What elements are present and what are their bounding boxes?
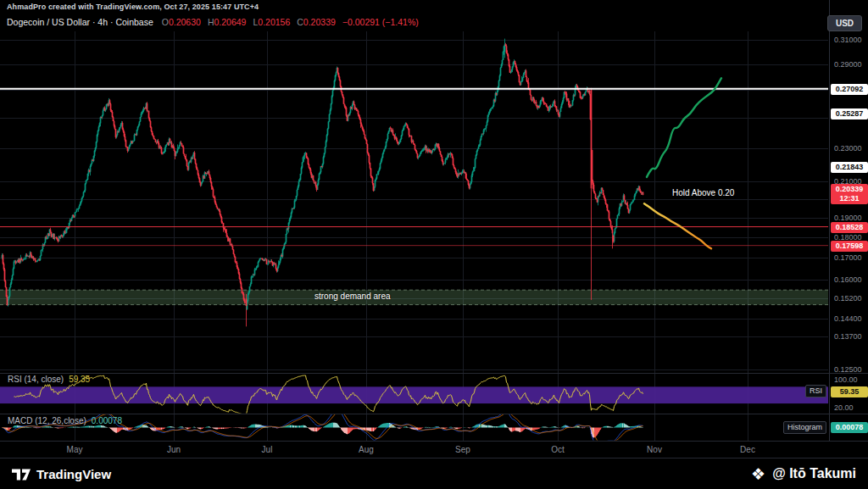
macd-value-badge: 0.00078: [831, 422, 868, 433]
open-value: O0.20630: [162, 17, 201, 27]
month-label: Jul: [253, 445, 281, 454]
month-label: Oct: [543, 445, 572, 454]
price-tick-label: 0.14400: [834, 314, 862, 323]
symbol-title[interactable]: Dogecoin / US Dollar · 4h · Coinbase: [7, 17, 153, 27]
pane-separator[interactable]: [0, 414, 868, 414]
price-tick-label: 0.23000: [834, 144, 862, 153]
attribution-text: AhmadPro created with TradingView.com, O…: [7, 3, 259, 11]
annotation-demand-area: strong demand area: [314, 292, 391, 301]
rsi-value-badge: 59.35: [831, 386, 868, 397]
current-price-label: 0.2033912:31: [831, 184, 868, 204]
time-axis[interactable]: MayJunJulAugSepOctNovDec: [0, 442, 868, 458]
close-value: C0.20339: [297, 17, 336, 27]
month-label: Sep: [448, 445, 477, 454]
macd-value: 0.00078: [92, 416, 122, 425]
price-level-label: 0.17598: [831, 241, 868, 252]
rsi-scale-label: 100.00: [834, 375, 858, 384]
price-tick-label: 0.15200: [834, 294, 862, 303]
price-tick-label: 0.31000: [834, 36, 862, 44]
change-value: −0.00291 (−1.41%): [342, 17, 419, 27]
chart-legend: Dogecoin / US Dollar · 4h · Coinbase O0.…: [7, 17, 419, 27]
price-alert-label: 0.21843: [831, 162, 868, 173]
price-tick-label: 0.13700: [834, 332, 862, 341]
footer-bar: TradingView ❖ @ Itō Takumi: [0, 458, 868, 489]
price-alert-label: 0.25287: [831, 108, 868, 119]
tradingview-logo-icon: [12, 467, 31, 481]
rsi-indicator-label[interactable]: RSI (14, close)59.35: [8, 375, 90, 384]
macd-label-text: MACD (12, 26,close): [8, 416, 86, 425]
rsi-label-text: RSI (14, close): [8, 375, 64, 384]
price-alert-label: 0.27092: [831, 84, 868, 95]
annotation-hold-above: Hold Above 0.20: [672, 188, 734, 197]
price-tick-label: 0.16000: [834, 275, 862, 284]
price-axis[interactable]: 0.310000.290000.230000.210000.190000.180…: [829, 0, 868, 442]
month-label: Aug: [352, 445, 381, 454]
pane-separator[interactable]: [0, 373, 868, 374]
rsi-value: 59.35: [69, 375, 90, 384]
tradingview-logo[interactable]: TradingView: [12, 467, 111, 481]
tradingview-chart-screenshot: AhmadPro created with TradingView.com, O…: [0, 0, 868, 489]
price-tick-label: 0.29000: [834, 60, 862, 69]
rsi-axis-badge: RSI: [805, 385, 826, 397]
price-tick-label: 0.19000: [834, 214, 862, 222]
month-label: Dec: [733, 445, 762, 454]
month-label: Jun: [159, 445, 188, 454]
brand-name: TradingView: [36, 467, 111, 481]
chart-canvas[interactable]: [0, 0, 829, 442]
month-label: May: [60, 445, 89, 454]
histogram-axis-badge: Histogram: [783, 421, 826, 434]
price-level-label: 0.18528: [831, 222, 868, 233]
low-value: L0.20156: [253, 17, 290, 27]
watermark: ❖ @ Itō Takumi: [751, 466, 856, 482]
axis-separator: [0, 441, 868, 442]
rsi-scale-label: 20.00: [834, 403, 854, 412]
high-value: H0.20649: [208, 17, 247, 27]
macd-indicator-label[interactable]: MACD (12, 26,close)0.00078: [8, 416, 122, 425]
countdown-timer: 12:31: [831, 194, 868, 203]
currency-button[interactable]: USD: [827, 15, 862, 31]
ohlc-values: O0.20630 H0.20649 L0.20156 C0.20339 −0.0…: [162, 17, 419, 27]
price-tick-label: 0.17000: [834, 253, 862, 262]
diamond-icon: ❖: [751, 466, 765, 482]
month-label: Nov: [640, 445, 669, 454]
watermark-text: @ Itō Takumi: [772, 466, 856, 481]
